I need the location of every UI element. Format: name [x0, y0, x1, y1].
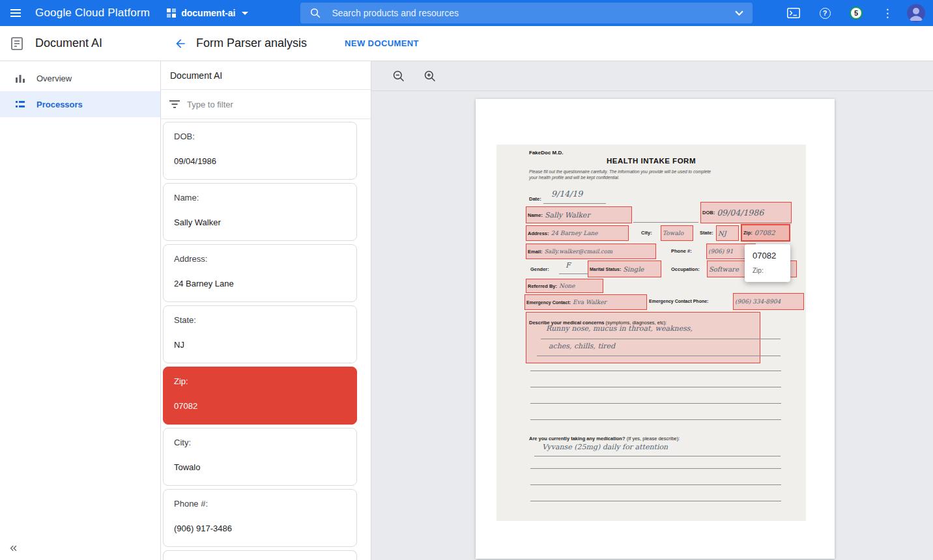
filter-input[interactable] — [187, 100, 363, 109]
health-intake-form: FakeDoc M.D. HEALTH INTAKE FORM Please f… — [496, 145, 806, 521]
form-instructions: Please fill out the questionnaire carefu… — [529, 169, 711, 174]
field-cards: DOB: 09/04/1986 Name: Sally Walker Addre… — [161, 119, 371, 560]
field-card-label: City: — [174, 438, 346, 447]
viewer-canvas[interactable]: FakeDoc M.D. HEALTH INTAKE FORM Please f… — [371, 91, 933, 560]
field-card-value: 09/04/1986 — [174, 156, 346, 166]
field-card[interactable]: Phone #: (906) 917-3486 — [163, 489, 357, 547]
project-selector[interactable]: document-ai — [167, 8, 248, 18]
document-page: FakeDoc M.D. HEALTH INTAKE FORM Please f… — [476, 99, 835, 559]
zip-label: Zip: — [743, 230, 753, 236]
global-search[interactable] — [300, 3, 753, 23]
field-card-partial[interactable] — [163, 550, 357, 560]
phone-value: (906) 91 — [708, 248, 734, 255]
form-line — [530, 468, 781, 469]
concerns-value-line2: aches, chills, tired — [549, 342, 615, 350]
tooltip-label: Zip: — [753, 267, 782, 274]
search-chevron-down-icon[interactable] — [735, 10, 743, 16]
form-line — [530, 403, 781, 404]
referred-by-label: Referred By: — [528, 283, 557, 289]
medication-value: Vyvanse (25mg) daily for attention — [542, 443, 668, 451]
gcp-brand-logo[interactable]: Google Cloud Platform — [35, 7, 150, 20]
avatar[interactable] — [907, 4, 925, 22]
search-input[interactable] — [332, 8, 725, 18]
emergency-phone-field-highlight[interactable]: (906) 334-8904 — [733, 293, 804, 310]
zip-field-highlight-selected[interactable]: Zip: 07082 — [741, 224, 790, 242]
form-line — [633, 222, 698, 223]
referred-by-value: None — [559, 283, 575, 289]
medication-label: Are you currently taking any medication?… — [529, 431, 680, 443]
sidebar-item-label: Overview — [36, 74, 72, 83]
marital-status-label: Marital Status: — [590, 267, 621, 272]
cloud-shell-icon[interactable] — [782, 1, 805, 25]
field-card[interactable]: DOB: 09/04/1986 — [163, 122, 357, 180]
form-line — [534, 456, 781, 456]
field-card[interactable]: Name: Sally Walker — [163, 183, 357, 241]
date-value: 9/14/19 — [551, 189, 582, 199]
sidebar-item-processors[interactable]: Processors — [0, 91, 160, 117]
city-label: City: — [641, 230, 652, 236]
more-options-icon[interactable]: ⋮ — [876, 1, 899, 25]
field-card[interactable]: City: Towalo — [163, 428, 357, 486]
topbar-actions: ? 5 ⋮ — [782, 1, 933, 25]
notifications-icon[interactable]: 5 — [844, 1, 868, 25]
arrow-back-icon — [174, 37, 187, 50]
app-header-left: Document AI — [0, 36, 161, 51]
processors-icon — [14, 98, 26, 110]
zoom-in-button[interactable] — [421, 67, 439, 85]
occupation-label: Occupation: — [671, 266, 700, 272]
concerns-value-line1: Runny nose, mucus in throat, weakness, — [546, 324, 693, 333]
field-card-value: NJ — [174, 340, 346, 350]
date-label: Date: — [529, 196, 541, 202]
name-label: Name: — [528, 212, 543, 218]
zip-value: 07082 — [754, 229, 775, 236]
app-title: Document AI — [35, 36, 102, 50]
dob-field-highlight[interactable]: DOB: 09/04/1986 — [700, 202, 792, 223]
form-line — [537, 356, 781, 356]
referred-by-field-highlight[interactable]: Referred By: None — [526, 279, 603, 293]
gcp-top-bar: Google Cloud Platform document-ai ? 5 ⋮ — [0, 0, 933, 26]
form-line — [541, 339, 781, 339]
field-tooltip: 07082 Zip: — [745, 244, 790, 282]
address-field-highlight[interactable]: Address: 24 Barney Lane — [526, 225, 629, 241]
sidebar-item-overview[interactable]: Overview — [0, 65, 160, 91]
field-card-value: 07082 — [174, 401, 346, 411]
field-card[interactable]: State: NJ — [163, 305, 357, 363]
zoom-out-icon — [392, 70, 405, 83]
back-button[interactable] — [167, 31, 194, 57]
city-field-highlight[interactable]: Towalo — [661, 225, 693, 241]
form-line — [530, 501, 781, 501]
form-line — [530, 484, 781, 485]
emergency-phone-value: (906) 334-8904 — [735, 298, 781, 305]
document-viewer: FakeDoc M.D. HEALTH INTAKE FORM Please f… — [371, 61, 933, 560]
name-field-highlight[interactable]: Name: Sally Walker — [526, 206, 632, 223]
project-name: document-ai — [181, 8, 235, 18]
tooltip-value: 07082 — [753, 251, 782, 260]
field-card[interactable]: Zip: 07082 — [163, 367, 357, 425]
state-field-highlight[interactable]: NJ — [716, 225, 739, 241]
state-value: NJ — [718, 230, 726, 237]
new-document-button[interactable]: NEW DOCUMENT — [345, 38, 419, 48]
help-icon[interactable]: ? — [813, 1, 837, 25]
left-nav: Overview Processors — [0, 61, 161, 560]
marital-status-value: Single — [623, 266, 644, 273]
email-field-highlight[interactable]: Email: Sally.walker@cmail.com — [526, 244, 656, 259]
emergency-contact-field-highlight[interactable]: Emergency Contact: Eva Walker — [524, 294, 647, 310]
app-header: Document AI Form Parser analysis NEW DOC… — [0, 26, 933, 61]
field-card-value: Towalo — [174, 462, 346, 472]
field-card[interactable]: Address: 24 Barney Lane — [163, 244, 357, 302]
search-icon — [309, 7, 321, 19]
emergency-contact-value: Eva Walker — [573, 299, 607, 305]
form-line — [559, 273, 588, 274]
field-card-value: Sally Walker — [174, 217, 346, 227]
zoom-out-button[interactable] — [390, 67, 408, 85]
phone-label: Phone #: — [671, 248, 692, 254]
form-line — [530, 419, 781, 420]
field-card-label: Phone #: — [174, 499, 346, 509]
collapse-nav-icon[interactable] — [3, 538, 23, 559]
form-instructions: your health profile and will be kept con… — [529, 175, 620, 180]
filter-row — [161, 90, 371, 119]
document-ai-logo-icon — [9, 36, 25, 51]
marital-status-field-highlight[interactable]: Marital Status: Single — [588, 260, 661, 277]
hamburger-menu-icon[interactable] — [0, 0, 31, 26]
emergency-contact-label: Emergency Contact: — [526, 300, 571, 305]
